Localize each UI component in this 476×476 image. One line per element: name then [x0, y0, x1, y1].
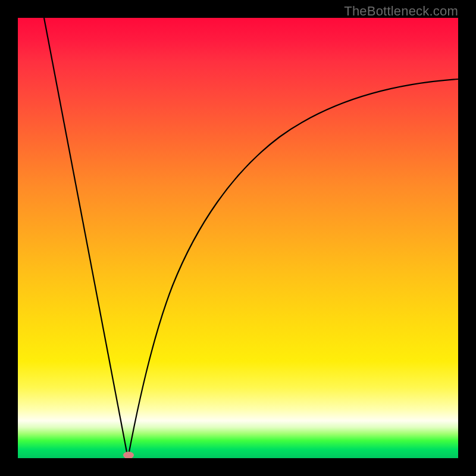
curve-left-branch	[44, 18, 128, 458]
optimum-marker	[123, 452, 134, 458]
curve-right-branch	[128, 79, 458, 458]
watermark-text: TheBottleneck.com	[344, 4, 458, 19]
bottleneck-curve	[18, 18, 458, 458]
plot-area	[18, 18, 458, 458]
